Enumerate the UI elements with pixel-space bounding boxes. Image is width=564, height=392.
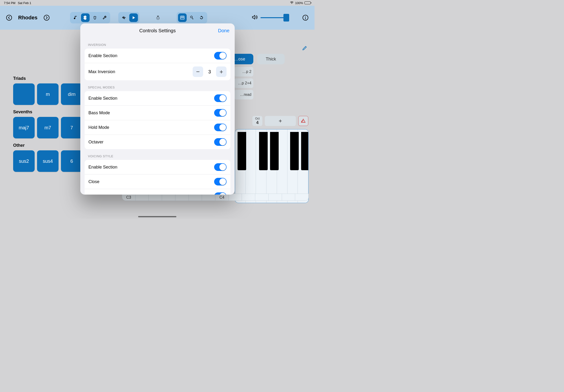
switch-inversion-enable[interactable] — [214, 52, 227, 59]
note-labels: C3 C4 — [122, 194, 309, 201]
done-button[interactable]: Done — [218, 28, 229, 33]
row-voicing-enable: Enable Section — [85, 160, 230, 174]
svg-point-7 — [305, 16, 306, 17]
switch-hold-mode[interactable] — [214, 124, 227, 131]
wifi-icon — [290, 1, 294, 5]
volume-icon — [251, 14, 258, 22]
chip-7[interactable]: 7 — [61, 117, 83, 138]
switch-voicing-close[interactable] — [214, 178, 227, 185]
label-octaver: Octaver — [88, 140, 103, 145]
reset-icon[interactable] — [197, 13, 206, 22]
info-icon[interactable] — [301, 13, 310, 22]
oct-value: 4 — [256, 120, 259, 125]
battery-icon — [304, 1, 311, 4]
clap-icon[interactable] — [91, 13, 99, 22]
section-header-inversion: Inversion — [85, 38, 230, 49]
row-voicing-close: Close — [85, 174, 230, 189]
svg-point-0 — [6, 15, 12, 20]
row-max-inversion: Max Inversion − 3 + — [85, 63, 230, 80]
row-special-enable: Enable Section — [85, 91, 230, 105]
switch-special-enable[interactable] — [214, 94, 227, 102]
chip-triad-dim[interactable]: dim — [61, 84, 83, 105]
next-preset-button[interactable] — [42, 13, 51, 22]
arrows-updown-icon[interactable] — [81, 13, 90, 22]
stepper-plus[interactable]: + — [216, 67, 227, 77]
svg-point-1 — [44, 15, 49, 20]
note-c4: C4 — [215, 194, 229, 200]
section-sevenths: Sevenths maj7 m7 7 — [13, 105, 83, 138]
octave-strip: Oct 4 + — [252, 116, 308, 126]
modal-body[interactable]: Inversion Enable Section Max Inversion −… — [80, 38, 235, 195]
voicing-spread[interactable]: …read — [234, 90, 253, 99]
voicing-list: …p 2 …p 2+4 …read — [234, 67, 253, 99]
panic-button[interactable] — [298, 116, 308, 126]
note-c3: C3 — [122, 194, 136, 200]
chip-triad-minor[interactable]: m — [37, 84, 58, 105]
sevenths-title: Sevenths — [13, 110, 83, 114]
add-octave-button[interactable]: + — [265, 116, 296, 126]
toolbar-group-3 — [177, 12, 207, 23]
row-inversion-enable: Enable Section — [85, 49, 230, 63]
switch-voicing-drop2[interactable] — [214, 192, 227, 195]
card-special: Enable Section Bass Mode Hold Mode Octav… — [85, 91, 230, 149]
chip-m7[interactable]: m7 — [37, 117, 58, 138]
home-indicator — [138, 216, 176, 217]
label-bass-mode: Bass Mode — [88, 111, 110, 115]
waveform-icon[interactable] — [120, 13, 128, 22]
voicing-drop2[interactable]: …p 2 — [234, 67, 253, 76]
chip-sus2[interactable]: sus2 — [13, 150, 35, 172]
piano-icon[interactable] — [178, 13, 187, 22]
status-time: 7:54 PM — [4, 1, 15, 5]
section-header-special: Special Modes — [85, 80, 230, 91]
toolbar-group-1 — [70, 12, 110, 23]
timer-icon[interactable] — [154, 13, 162, 22]
label-special-enable: Enable Section — [88, 96, 117, 101]
row-bass-mode: Bass Mode — [85, 105, 230, 120]
label-max-inversion: Max Inversion — [88, 69, 115, 74]
svg-point-3 — [157, 18, 158, 19]
section-triads: Triads m dim — [13, 71, 83, 105]
prev-preset-button[interactable] — [5, 13, 14, 22]
note-icon[interactable] — [71, 13, 80, 22]
modal-header: Controls Settings Done — [80, 23, 235, 38]
voicing-drop24[interactable]: …p 2+4 — [234, 78, 253, 88]
toolbar-group-2 — [118, 12, 139, 23]
octave-display[interactable]: Oct 4 — [252, 116, 262, 126]
row-voicing-drop2: Drop 2 — [85, 189, 230, 195]
chip-triad-major[interactable] — [13, 84, 35, 105]
chip-6[interactable]: 6 — [61, 150, 83, 172]
wrench-icon[interactable] — [100, 13, 109, 22]
row-octaver: Octaver — [85, 135, 230, 149]
edit-icon[interactable] — [302, 45, 307, 52]
label-inversion-enable: Enable Section — [88, 53, 117, 58]
stepper-value: 3 — [207, 69, 212, 75]
piano-keyboard[interactable] — [235, 129, 309, 203]
section-other: Other sus2 sus4 6 — [13, 138, 83, 172]
card-voicing: Enable Section Close Drop 2 — [85, 160, 230, 195]
oct-label: Oct — [255, 117, 260, 120]
preset-name[interactable]: Rhodes — [18, 14, 38, 21]
triads-title: Triads — [13, 76, 83, 81]
chip-sus4[interactable]: sus4 — [37, 150, 58, 172]
switch-voicing-enable[interactable] — [214, 163, 227, 171]
row-hold-mode: Hold Mode — [85, 120, 230, 135]
label-voicing-close: Close — [88, 179, 99, 184]
stepper-max-inversion: − 3 + — [193, 67, 227, 77]
volume-slider[interactable] — [261, 17, 289, 18]
other-title: Other — [13, 143, 83, 148]
label-hold-mode: Hold Mode — [88, 125, 109, 130]
stepper-minus[interactable]: − — [193, 67, 203, 77]
key-icon[interactable] — [188, 13, 196, 22]
pill-thick[interactable]: Thick — [257, 54, 285, 64]
status-date: Sat Feb 1 — [18, 1, 31, 5]
switch-octaver[interactable] — [214, 138, 227, 146]
section-header-voicing: Voicing Style — [85, 149, 230, 160]
label-voicing-drop2: Drop 2 — [88, 194, 101, 195]
battery-pct: 100% — [295, 1, 303, 5]
status-bar: 7:54 PM Sat Feb 1 100% — [0, 0, 315, 6]
switch-bass-mode[interactable] — [214, 109, 227, 117]
label-voicing-enable: Enable Section — [88, 165, 117, 170]
chip-maj7[interactable]: maj7 — [13, 117, 35, 138]
modal-title: Controls Settings — [139, 28, 176, 33]
play-icon[interactable] — [129, 13, 138, 22]
